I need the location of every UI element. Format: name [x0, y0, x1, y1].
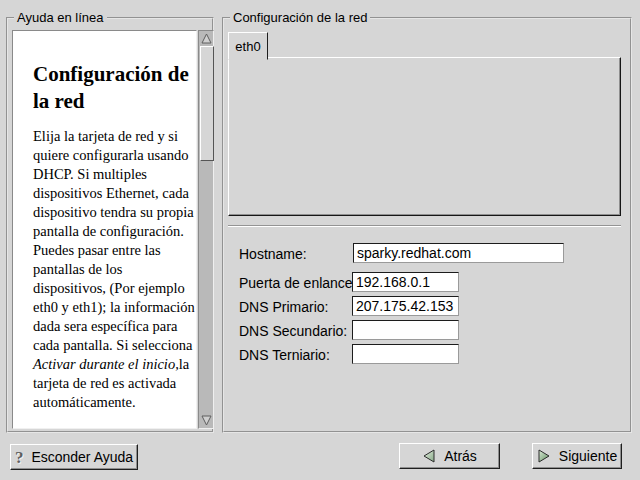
dns-primary-label: DNS Primario: [239, 299, 328, 315]
hide-help-button-label: Esconder Ayuda [31, 449, 133, 465]
panel-separator [228, 225, 621, 227]
hostname-input[interactable] [353, 243, 564, 263]
scroll-down-arrow-icon[interactable] [200, 414, 212, 427]
help-frame-label: Ayuda en línea [14, 10, 107, 25]
tab-eth0[interactable]: eth0 [228, 32, 268, 60]
dns-tertiary-input[interactable] [352, 344, 459, 364]
help-body-italic: Activar durante el inicio, [33, 356, 179, 372]
help-heading: Configuración de la red [33, 61, 196, 115]
scrollbar-thumb[interactable] [200, 46, 214, 161]
back-button[interactable]: Atrás [399, 443, 500, 469]
back-button-label: Atrás [444, 448, 477, 464]
gateway-label: Puerta de enlance: [239, 275, 357, 291]
dns-primary-input[interactable] [352, 296, 459, 316]
help-scrollbar[interactable] [198, 30, 214, 429]
help-body-text: Elija la tarjeta de red y si quiere conf… [33, 128, 195, 353]
next-button-label: Siguiente [559, 448, 617, 464]
next-arrow-icon [537, 449, 551, 463]
help-body: Elija la tarjeta de red y si quiere conf… [33, 127, 196, 412]
dns-tertiary-label: DNS Terniario: [239, 347, 330, 363]
help-text-view: Configuración de la red Elija la tarjeta… [12, 30, 197, 429]
dns-secondary-input[interactable] [352, 320, 459, 340]
hide-help-button[interactable]: ? Esconder Ayuda [10, 444, 138, 470]
next-button[interactable]: Siguiente [532, 443, 622, 469]
back-arrow-icon [422, 449, 436, 463]
dns-secondary-label: DNS Secundario: [239, 323, 347, 339]
hostname-label: Hostname: [239, 246, 307, 262]
network-frame-label: Configuración de la red [230, 10, 370, 25]
gateway-input[interactable] [352, 272, 459, 292]
eth0-page [228, 57, 621, 216]
scroll-up-arrow-icon[interactable] [200, 32, 212, 45]
help-question-icon: ? [15, 449, 24, 466]
